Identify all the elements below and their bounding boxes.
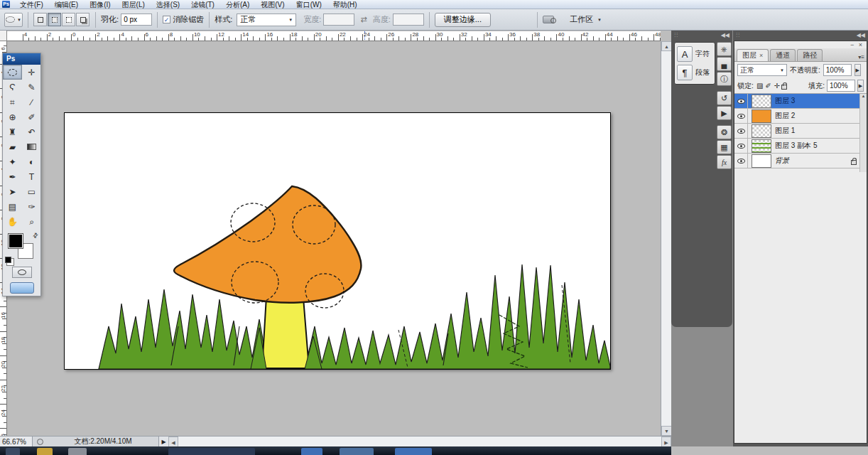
- scroll-up-icon[interactable]: ▲: [661, 41, 672, 51]
- layer-row-4[interactable]: 背景: [734, 154, 867, 168]
- menu-item-1[interactable]: 编辑(E): [49, 0, 84, 9]
- feather-input[interactable]: [121, 14, 152, 26]
- scroll-right-icon[interactable]: ▶: [661, 437, 671, 447]
- layer-visibility-toggle[interactable]: [734, 124, 748, 139]
- taskbar-item-5[interactable]: [340, 448, 374, 455]
- swap-colors-icon[interactable]: ⇄: [31, 231, 40, 240]
- style-select[interactable]: 正常 ▼: [237, 14, 296, 26]
- history-brush-tool[interactable]: ↶: [22, 124, 41, 139]
- height-input[interactable]: [393, 14, 424, 26]
- dodge-tool[interactable]: ◐: [22, 154, 41, 169]
- lasso-tool[interactable]: Ϛ: [3, 80, 22, 95]
- layer-row-0[interactable]: 图层 3: [734, 94, 867, 109]
- screen-mode-button[interactable]: [10, 282, 34, 294]
- menu-item-6[interactable]: 分析(A): [220, 0, 255, 9]
- slice-tool[interactable]: ∕: [22, 95, 41, 109]
- ruler-origin[interactable]: [0, 31, 7, 41]
- document-canvas[interactable]: [64, 112, 611, 370]
- brush-tool[interactable]: ✐: [22, 109, 41, 124]
- zoom-level-field[interactable]: 66.67%: [0, 437, 33, 447]
- gradient-tool[interactable]: [22, 139, 41, 154]
- foreground-color-swatch[interactable]: [8, 233, 23, 249]
- eyedropper-tool[interactable]: ✑: [22, 199, 41, 214]
- panel-menu-icon[interactable]: ▾≡: [858, 55, 864, 60]
- intersect-selection-button[interactable]: [76, 13, 89, 26]
- taskbar-item-4[interactable]: [301, 448, 322, 455]
- new-selection-button[interactable]: [33, 13, 47, 26]
- scroll-left-icon[interactable]: ◀: [168, 437, 178, 447]
- taskbar-item-3[interactable]: [168, 448, 255, 455]
- fill-slider-icon[interactable]: ▶: [857, 80, 864, 92]
- layer-row-2[interactable]: 图层 1: [734, 124, 867, 139]
- layer-row-1[interactable]: 图层 2: [734, 109, 867, 124]
- history-panel-button[interactable]: ↺: [717, 91, 732, 105]
- info-panel-button[interactable]: ⓘ: [717, 72, 732, 86]
- canvas-work-area[interactable]: [7, 41, 661, 436]
- eraser-tool[interactable]: ▰: [3, 139, 22, 154]
- close-icon[interactable]: ×: [759, 52, 763, 59]
- type-tool[interactable]: T: [22, 169, 41, 184]
- zoom-tool[interactable]: ⌕: [22, 214, 41, 229]
- width-input[interactable]: [323, 14, 354, 26]
- default-colors-icon[interactable]: [5, 257, 11, 263]
- quick-mask-button[interactable]: [12, 267, 32, 278]
- pen-tool[interactable]: ✒: [3, 169, 22, 184]
- clone-stamp-tool[interactable]: ♜: [3, 124, 22, 139]
- menu-item-5[interactable]: 滤镜(T): [185, 0, 220, 9]
- color-panel-button[interactable]: ❂: [717, 125, 732, 139]
- actions-panel-button[interactable]: ▶: [717, 106, 732, 120]
- healing-brush-tool[interactable]: ⊕: [3, 109, 22, 124]
- tab-layers[interactable]: 图层×: [737, 49, 769, 61]
- crop-tool[interactable]: ⌗: [3, 95, 22, 109]
- taskbar-item-1[interactable]: [37, 448, 53, 455]
- blur-tool[interactable]: ✦: [3, 154, 22, 169]
- status-flyout-button[interactable]: ▶: [158, 437, 168, 447]
- bridge-icon[interactable]: [543, 16, 554, 23]
- vertical-scrollbar[interactable]: ▲ ▼: [661, 41, 671, 436]
- antialias-checkbox[interactable]: ✓: [163, 16, 170, 23]
- paragraph-panel-item[interactable]: ¶ 段落: [677, 63, 712, 82]
- active-tool-button[interactable]: ▼: [4, 13, 23, 27]
- layer-row-3[interactable]: 图层 3 副本 5: [734, 139, 867, 154]
- horizontal-scrollbar[interactable]: ◀ ▶: [168, 436, 671, 446]
- menu-item-3[interactable]: 图层(L): [116, 0, 151, 9]
- add-to-selection-button[interactable]: [48, 13, 61, 26]
- layers-scrollbar[interactable]: ▲: [859, 94, 867, 172]
- panel-window-controls[interactable]: − ×: [734, 41, 867, 48]
- swap-dimensions-icon[interactable]: ⇄: [360, 15, 367, 24]
- elliptical-marquee-tool[interactable]: [3, 65, 22, 80]
- horizontal-ruler[interactable]: 4202468101214161820222426283032343638404…: [7, 31, 661, 41]
- taskbar-item-6[interactable]: [395, 448, 432, 455]
- menu-item-7[interactable]: 视图(V): [255, 0, 290, 9]
- move-tool[interactable]: ✛: [22, 65, 41, 80]
- opacity-slider-icon[interactable]: ▶: [855, 64, 861, 76]
- blend-mode-select[interactable]: 正常 ▼: [737, 64, 787, 76]
- navigator-panel-button[interactable]: ⎈: [717, 42, 732, 56]
- menu-item-4[interactable]: 选择(S): [151, 0, 185, 9]
- menu-item-9[interactable]: 帮助(H): [327, 0, 363, 9]
- swatches-panel-button[interactable]: ▦: [717, 140, 732, 154]
- tab-paths[interactable]: 路径: [797, 49, 823, 61]
- taskbar-item-0[interactable]: [6, 448, 20, 455]
- lock-option-1-icon[interactable]: ✐: [764, 82, 773, 90]
- path-selection-tool[interactable]: ➤: [3, 184, 22, 199]
- collapse-panels-icon[interactable]: ◀◀: [721, 31, 729, 41]
- menu-item-2[interactable]: 图像(I): [84, 0, 116, 9]
- layer-visibility-toggle[interactable]: [734, 154, 748, 168]
- taskbar-item-2[interactable]: [68, 448, 87, 455]
- rectangle-tool[interactable]: ▭: [22, 184, 41, 199]
- styles-panel-button[interactable]: fx: [717, 155, 732, 169]
- lock-option-0-icon[interactable]: ▨: [756, 82, 764, 90]
- histogram-panel-button[interactable]: ▄: [717, 57, 732, 71]
- layer-visibility-toggle[interactable]: [734, 94, 748, 109]
- layer-visibility-toggle[interactable]: [734, 109, 748, 124]
- quick-selection-tool[interactable]: ✎: [22, 80, 41, 95]
- menu-item-8[interactable]: 窗口(W): [291, 0, 327, 9]
- hand-tool[interactable]: ✋: [3, 214, 22, 229]
- layer-visibility-toggle[interactable]: [734, 139, 748, 154]
- lock-option-2-icon[interactable]: ✛: [773, 82, 781, 90]
- collapse-panels-icon[interactable]: ◀◀: [857, 31, 865, 41]
- character-panel-item[interactable]: A 字符: [677, 45, 712, 63]
- notes-tool[interactable]: ▤: [3, 199, 22, 214]
- opacity-field[interactable]: 100%: [823, 64, 852, 76]
